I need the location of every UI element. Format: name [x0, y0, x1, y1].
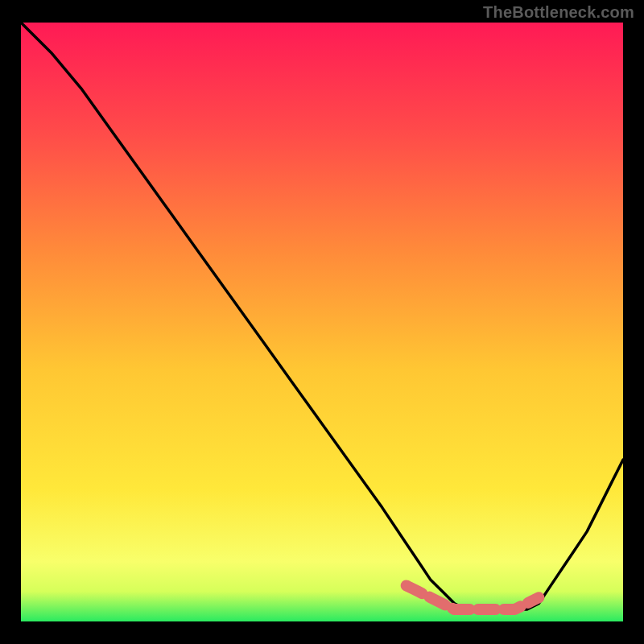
attribution-label: TheBottleneck.com: [483, 3, 634, 22]
plot-background: [21, 23, 623, 621]
chart-svg: [0, 0, 644, 644]
bottleneck-chart: TheBottleneck.com: [0, 0, 644, 644]
